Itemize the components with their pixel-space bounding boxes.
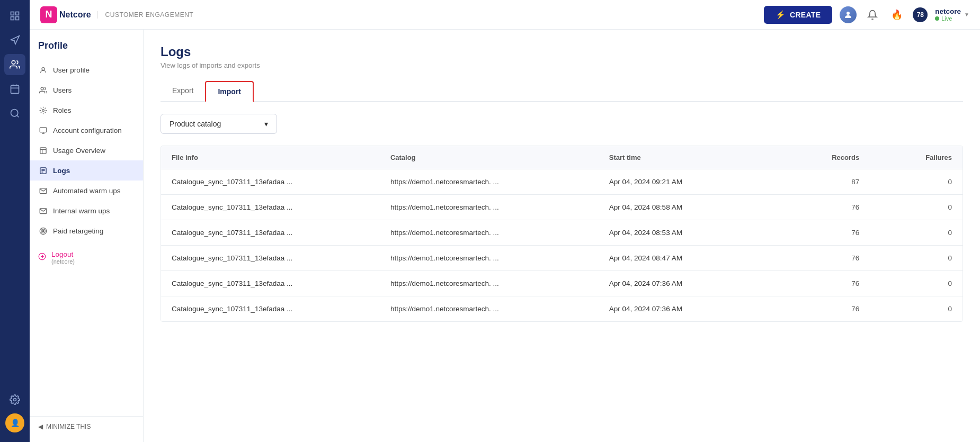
page-subtitle: View logs of imports and exports xyxy=(161,61,963,69)
sidebar-label-usage: Usage Overview xyxy=(53,147,105,155)
cell-file-info: Catalogue_sync_107311_13efadaa ... xyxy=(172,229,382,237)
page-title: Logs xyxy=(161,44,963,59)
topnav-right: ⚡ CREATE 🔥 78 netcore Live ▼ xyxy=(764,6,969,24)
badge-count[interactable]: 78 xyxy=(913,7,928,22)
svg-rect-3 xyxy=(11,17,14,20)
topnav-brand: N Netcore CUSTOMER ENGAGEMENT xyxy=(40,6,193,23)
nav-icon-settings[interactable] xyxy=(4,389,25,410)
table-row[interactable]: Catalogue_sync_107311_13efadaa ... https… xyxy=(161,271,963,296)
account-config-icon xyxy=(38,125,48,135)
tab-import[interactable]: Import xyxy=(205,81,254,102)
user-profile-icon xyxy=(38,65,48,75)
sidebar-label-logs: Logs xyxy=(53,167,70,175)
cell-catalog: https://demo1.netcoresmartech. ... xyxy=(390,254,601,262)
cell-file-info: Catalogue_sync_107311_13efadaa ... xyxy=(172,305,382,313)
cell-catalog: https://demo1.netcoresmartech. ... xyxy=(390,178,601,186)
cell-failures: 0 xyxy=(868,279,952,287)
nav-icon-megaphone[interactable] xyxy=(4,30,25,51)
user-menu-chevron: ▼ xyxy=(964,12,969,17)
user-avatar-icon[interactable] xyxy=(840,6,857,23)
icon-bar: 👤 xyxy=(0,0,30,442)
sidebar-item-logs[interactable]: Logs xyxy=(30,160,143,181)
cell-file-info: Catalogue_sync_107311_13efadaa ... xyxy=(172,203,382,211)
svg-point-30 xyxy=(42,230,44,232)
nav-icon-search[interactable] xyxy=(4,103,25,124)
table-row[interactable]: Catalogue_sync_107311_13efadaa ... https… xyxy=(161,296,963,321)
svg-rect-1 xyxy=(11,12,14,15)
live-label: Live xyxy=(941,15,952,22)
sidebar-item-user-profile[interactable]: User profile xyxy=(30,60,143,80)
sidebar-label-internal-warmup: Internal warm ups xyxy=(53,207,110,215)
sidebar-item-account-configuration[interactable]: Account configuration xyxy=(30,120,143,140)
netcore-logo-text: Netcore xyxy=(59,10,91,20)
sidebar-item-logout[interactable]: Logout (netcore) xyxy=(30,245,143,270)
cell-catalog: https://demo1.netcoresmartech. ... xyxy=(390,229,601,237)
svg-point-13 xyxy=(42,67,44,70)
sidebar-label-user-profile: User profile xyxy=(53,66,90,74)
roles-icon xyxy=(38,105,48,115)
header-file-info: File info xyxy=(172,154,382,161)
sidebar-item-paid-retargeting[interactable]: Paid retargeting xyxy=(30,221,143,241)
nav-icon-users[interactable] xyxy=(4,54,25,75)
sidebar-item-users[interactable]: Users xyxy=(30,80,143,100)
sidebar-item-automated-warm-ups[interactable]: Automated warm ups xyxy=(30,181,143,201)
svg-point-10 xyxy=(11,110,18,116)
cell-failures: 0 xyxy=(868,203,952,211)
notifications-icon[interactable] xyxy=(864,6,881,23)
live-dot xyxy=(935,16,939,21)
cell-records: 76 xyxy=(775,279,859,287)
svg-rect-2 xyxy=(16,12,19,15)
cell-failures: 0 xyxy=(868,254,952,262)
header-records: Records xyxy=(775,154,859,161)
cell-file-info: Catalogue_sync_107311_13efadaa ... xyxy=(172,254,382,262)
table-row[interactable]: Catalogue_sync_107311_13efadaa ... https… xyxy=(161,195,963,220)
sidebar-label-users: Users xyxy=(53,86,72,94)
logout-label: Logout xyxy=(51,250,75,258)
create-button[interactable]: ⚡ CREATE xyxy=(764,6,833,24)
header-start-time: Start time xyxy=(609,154,767,161)
cell-start-time: Apr 04, 2024 07:36 AM xyxy=(609,279,767,287)
cell-records: 87 xyxy=(775,178,859,186)
minimize-button[interactable]: ◀ MINIMIZE THIS xyxy=(30,416,143,437)
logout-icon xyxy=(38,252,46,263)
table-row[interactable]: Catalogue_sync_107311_13efadaa ... https… xyxy=(161,169,963,195)
customer-engagement-label: CUSTOMER ENGAGEMENT xyxy=(97,11,194,19)
svg-rect-6 xyxy=(11,85,19,93)
logout-text: Logout (netcore) xyxy=(51,250,75,265)
sidebar-item-internal-warm-ups[interactable]: Internal warm ups xyxy=(30,201,143,221)
nav-icon-grid[interactable] xyxy=(4,5,25,26)
nav-icon-calendar[interactable] xyxy=(4,78,25,100)
sidebar-item-roles[interactable]: Roles xyxy=(30,100,143,120)
filter-chevron-icon: ▾ xyxy=(264,120,268,128)
filter-selected-value: Product catalog xyxy=(170,120,221,128)
tab-export[interactable]: Export xyxy=(161,81,205,102)
cell-start-time: Apr 04, 2024 08:53 AM xyxy=(609,229,767,237)
sidebar: Profile User profile Users Roles Account… xyxy=(30,30,144,442)
svg-point-12 xyxy=(14,399,16,401)
cell-start-time: Apr 04, 2024 08:47 AM xyxy=(609,254,767,262)
minimize-chevron: ◀ xyxy=(38,423,43,430)
svg-rect-16 xyxy=(40,127,47,132)
nav-icon-avatar[interactable]: 👤 xyxy=(5,413,24,432)
user-name: netcore xyxy=(935,7,961,15)
cell-catalog: https://demo1.netcoresmartech. ... xyxy=(390,279,601,287)
sidebar-label-account-config: Account configuration xyxy=(53,127,122,134)
minimize-label: MINIMIZE THIS xyxy=(46,423,91,430)
sidebar-item-usage-overview[interactable]: Usage Overview xyxy=(30,140,143,160)
cell-failures: 0 xyxy=(868,229,952,237)
logout-sub: (netcore) xyxy=(51,258,75,265)
user-menu[interactable]: netcore Live ▼ xyxy=(935,7,969,22)
cell-start-time: Apr 04, 2024 09:21 AM xyxy=(609,178,767,186)
filter-dropdown[interactable]: Product catalog ▾ xyxy=(161,114,277,134)
sidebar-label-automated-warmup: Automated warm ups xyxy=(53,187,121,195)
internal-warmup-icon xyxy=(38,206,48,215)
fire-icon[interactable]: 🔥 xyxy=(888,6,905,23)
svg-rect-19 xyxy=(40,147,46,153)
table-row[interactable]: Catalogue_sync_107311_13efadaa ... https… xyxy=(161,220,963,246)
cell-records: 76 xyxy=(775,254,859,262)
cell-failures: 0 xyxy=(868,178,952,186)
svg-line-11 xyxy=(17,115,19,118)
create-label: CREATE xyxy=(790,11,821,19)
table-row[interactable]: Catalogue_sync_107311_13efadaa ... https… xyxy=(161,246,963,271)
cell-catalog: https://demo1.netcoresmartech. ... xyxy=(390,203,601,211)
